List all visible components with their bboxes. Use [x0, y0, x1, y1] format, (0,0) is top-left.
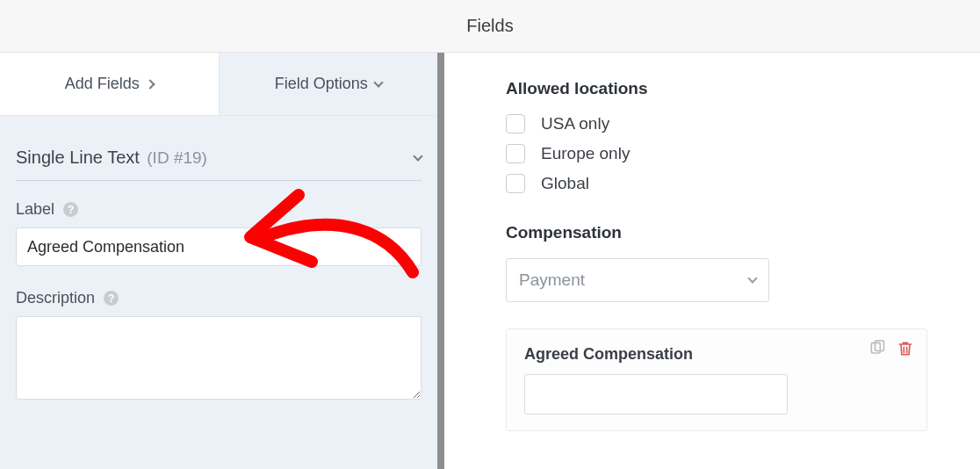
help-icon[interactable]: ? [63, 202, 78, 217]
checkbox-row[interactable]: Global [506, 174, 927, 193]
checkbox[interactable] [506, 174, 525, 193]
description-caption-row: Description ? [16, 289, 422, 307]
help-icon[interactable]: ? [104, 291, 119, 306]
field-type-title: Single Line Text [16, 148, 140, 167]
page-header: Fields [0, 0, 980, 53]
preview-field-card[interactable]: Agreed Compensation [506, 328, 927, 431]
field-type-title-wrap: Single Line Text (ID #19) [16, 148, 207, 168]
sidebar-tabs: Add Fields Field Options [0, 53, 437, 116]
tab-add-fields-label: Add Fields [65, 75, 140, 93]
chevron-down-icon [413, 151, 422, 161]
card-actions [868, 340, 914, 357]
field-type-header[interactable]: Single Line Text (ID #19) [16, 137, 422, 181]
checkbox-label: Europe only [541, 144, 630, 163]
chevron-down-icon [373, 77, 383, 87]
description-caption: Description [16, 289, 95, 307]
duplicate-icon[interactable] [868, 340, 886, 357]
checkbox-row[interactable]: Europe only [506, 144, 927, 163]
label-caption: Label [16, 200, 54, 219]
checkbox[interactable] [506, 114, 525, 133]
label-group: Label ? [16, 200, 422, 266]
left-sidebar: Add Fields Field Options Single Line Tex… [0, 53, 444, 469]
checkbox-row[interactable]: USA only [506, 114, 927, 133]
label-input[interactable] [16, 227, 422, 266]
compensation-select[interactable]: Payment [506, 258, 769, 302]
preview-field-input[interactable] [524, 374, 788, 415]
checkbox-label: USA only [541, 114, 609, 133]
chevron-down-icon [747, 273, 757, 283]
field-options-panel: Single Line Text (ID #19) Label ? Descri… [0, 116, 437, 447]
field-id: (ID #19) [147, 148, 207, 167]
allowed-locations-title: Allowed locations [506, 79, 927, 98]
main-layout: Add Fields Field Options Single Line Tex… [0, 53, 980, 469]
page-title: Fields [466, 16, 513, 36]
trash-icon[interactable] [897, 340, 914, 357]
label-caption-row: Label ? [16, 200, 422, 219]
tab-add-fields[interactable]: Add Fields [0, 53, 219, 115]
checkbox-label: Global [541, 174, 589, 193]
description-textarea[interactable] [16, 316, 422, 400]
form-preview: Allowed locations USA only Europe only G… [444, 53, 980, 469]
preview-field-label: Agreed Compensation [524, 345, 909, 364]
tab-field-options[interactable]: Field Options [219, 53, 438, 115]
select-placeholder: Payment [519, 271, 585, 290]
description-group: Description ? [16, 289, 422, 403]
compensation-title: Compensation [506, 223, 927, 242]
chevron-right-icon [145, 79, 155, 89]
tab-field-options-label: Field Options [275, 75, 368, 93]
checkbox[interactable] [506, 144, 525, 163]
